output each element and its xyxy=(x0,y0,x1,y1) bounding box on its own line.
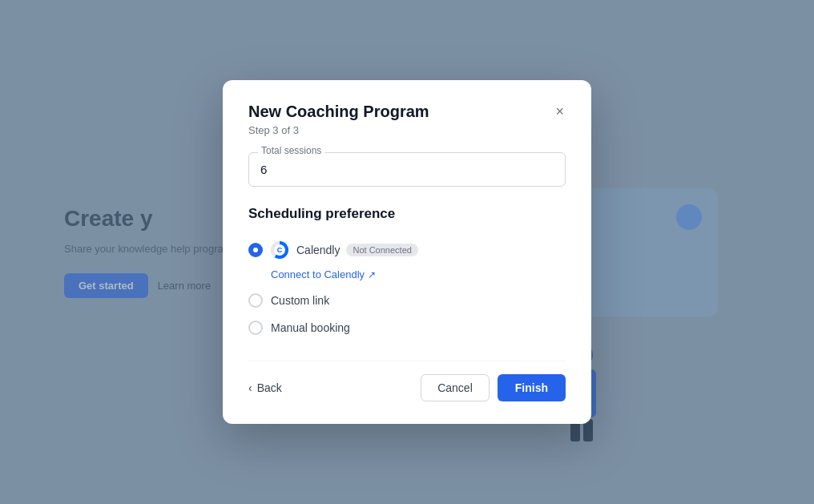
calendly-label: Calendly xyxy=(296,244,340,256)
finish-button[interactable]: Finish xyxy=(498,374,566,401)
calendly-icon: C xyxy=(271,241,288,259)
connect-link-text: Connect to Calendly xyxy=(271,268,365,280)
cancel-button[interactable]: Cancel xyxy=(421,374,490,401)
radio-item-calendly[interactable]: C Calendly Not Connected xyxy=(248,235,566,265)
connect-to-calendly-link[interactable]: Connect to Calendly ↗ xyxy=(271,268,566,280)
modal-wrapper: New Coaching Program × Step 3 of 3 Total… xyxy=(0,0,814,504)
total-sessions-input[interactable] xyxy=(248,152,566,187)
scheduling-preference-section: Scheduling preference C Calendly Not Con… xyxy=(248,206,566,341)
custom-link-label: Custom link xyxy=(271,294,329,307)
radio-manual-booking[interactable] xyxy=(248,321,263,335)
radio-calendly[interactable] xyxy=(248,243,263,257)
radio-item-manual-booking[interactable]: Manual booking xyxy=(248,314,566,341)
connect-link-wrap: Connect to Calendly ↗ xyxy=(271,268,566,280)
modal-header: New Coaching Program × xyxy=(248,103,566,121)
calendly-label-wrap: Calendly Not Connected xyxy=(296,244,418,256)
back-button[interactable]: ‹ Back xyxy=(248,381,282,394)
not-connected-badge: Not Connected xyxy=(346,244,417,256)
back-label: Back xyxy=(257,381,282,394)
footer-right-buttons: Cancel Finish xyxy=(421,374,566,401)
manual-booking-label: Manual booking xyxy=(271,321,350,334)
radio-group: C Calendly Not Connected Connect to Cale… xyxy=(248,235,566,341)
radio-item-custom-link[interactable]: Custom link xyxy=(248,287,566,314)
close-button[interactable]: × xyxy=(554,103,566,120)
step-indicator: Step 3 of 3 xyxy=(248,124,566,136)
scheduling-pref-title: Scheduling preference xyxy=(248,206,566,222)
modal-title: New Coaching Program xyxy=(248,103,429,121)
radio-custom-link[interactable] xyxy=(248,293,263,308)
modal-footer: ‹ Back Cancel Finish xyxy=(248,361,566,401)
back-chevron-icon: ‹ xyxy=(248,381,252,394)
modal: New Coaching Program × Step 3 of 3 Total… xyxy=(223,80,591,424)
external-link-icon: ↗ xyxy=(368,269,376,280)
total-sessions-field: Total sessions xyxy=(248,152,566,187)
calendly-icon-inner: C xyxy=(274,244,285,256)
total-sessions-label: Total sessions xyxy=(258,145,324,156)
